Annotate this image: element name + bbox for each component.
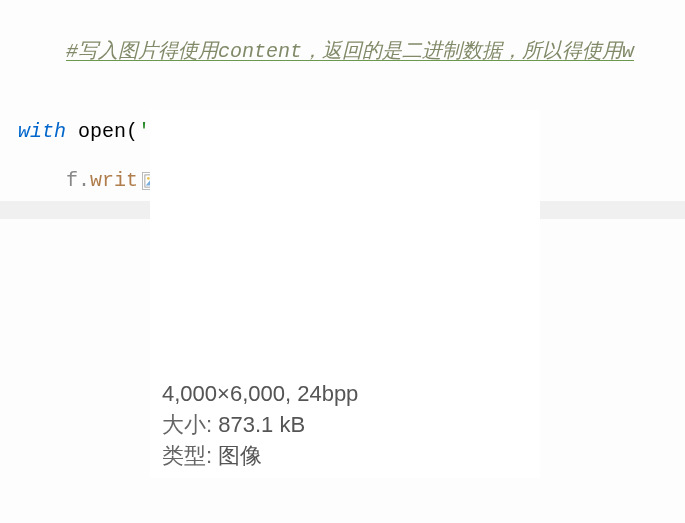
image-dimensions: 4,000×6,000, 24bpp [162, 378, 528, 409]
keyword-with: with [18, 120, 66, 143]
type-label: 类型: [162, 443, 212, 468]
image-size-row: 大小: 873.1 kB [162, 409, 528, 440]
dot: . [78, 169, 90, 192]
size-label: 大小: [162, 412, 212, 437]
image-type-row: 类型: 图像 [162, 440, 528, 471]
size-value: 873.1 kB [218, 412, 305, 437]
var-f: f [66, 169, 78, 192]
code-line-comment: #写入图片得使用content，返回的是二进制数据，所以得使用w [0, 6, 685, 97]
image-info-tooltip: 4,000×6,000, 24bpp 大小: 873.1 kB 类型: 图像 [150, 110, 540, 478]
paren-open: ( [126, 120, 138, 143]
type-value: 图像 [218, 443, 262, 468]
method-writ: writ [90, 169, 138, 192]
builtin-open: open [78, 120, 126, 143]
image-preview-area [162, 120, 528, 378]
comment-text: #写入图片得使用content，返回的是二进制数据，所以得使用w [66, 40, 634, 63]
